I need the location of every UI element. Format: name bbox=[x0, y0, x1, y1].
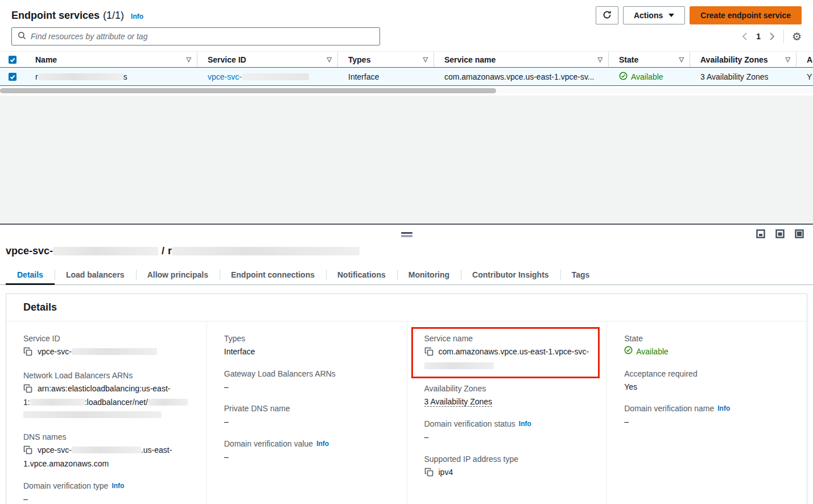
service-name-highlighted-field: Service name com.amazonaws.vpce.us-east-… bbox=[411, 327, 600, 378]
sort-icon[interactable]: ▽ bbox=[423, 56, 428, 63]
horizontal-scrollbar[interactable] bbox=[0, 88, 813, 93]
copy-icon[interactable] bbox=[23, 347, 32, 360]
redacted-text bbox=[172, 247, 360, 255]
page-title: Endpoint services bbox=[11, 10, 100, 22]
actions-button-label: Actions bbox=[634, 11, 663, 20]
acceptance-required-value: Yes bbox=[624, 381, 790, 394]
column-header-service-name[interactable]: Service name bbox=[444, 55, 496, 64]
redacted-text bbox=[53, 247, 158, 255]
endpoint-services-table: Name▽ Service ID▽ Types▽ Service name▽ S… bbox=[0, 51, 813, 86]
tab-endpoint-connections[interactable]: Endpoint connections bbox=[220, 266, 326, 284]
page-header: Endpoint services (1/1) Info Actions Cre… bbox=[0, 0, 813, 24]
domain-verification-type-value: – bbox=[23, 493, 189, 504]
sort-icon[interactable]: ▽ bbox=[327, 56, 332, 63]
details-column-3: Service name com.amazonaws.vpce.us-east-… bbox=[407, 321, 607, 504]
column-header-state[interactable]: State bbox=[619, 55, 638, 64]
resource-count: (1/1) bbox=[103, 10, 124, 22]
split-panel: vpce-svc- / r Details Load balancers All… bbox=[0, 224, 813, 503]
redacted-text bbox=[242, 73, 309, 80]
availability-zones-popover-link[interactable]: 3 Availability Zones bbox=[424, 397, 493, 407]
pagination-current-page[interactable]: 1 bbox=[756, 32, 761, 41]
state-badge: Available bbox=[619, 72, 684, 82]
domain-verification-name-value: – bbox=[624, 416, 790, 428]
table-row[interactable]: rs vpce-svc- Interface com.amazonaws.vpc… bbox=[0, 67, 813, 86]
state-label: State bbox=[624, 334, 790, 343]
copy-icon[interactable] bbox=[23, 445, 32, 458]
acceptance-required-label: Acceptance required bbox=[624, 369, 790, 378]
supported-ip-label: Supported IP address type bbox=[424, 455, 590, 464]
details-column-1: Service ID vpce-svc- Network Load Balanc… bbox=[6, 321, 207, 504]
dns-names-label: DNS names bbox=[23, 432, 189, 441]
endpoint-services-section: Endpoint services (1/1) Info Actions Cre… bbox=[0, 0, 813, 96]
detail-tabs: Details Load balancers Allow principals … bbox=[0, 266, 813, 285]
column-header-name[interactable]: Name bbox=[35, 55, 57, 64]
info-link[interactable]: Info bbox=[316, 440, 329, 448]
details-column-2: Types Interface Gateway Load Balancers A… bbox=[207, 321, 407, 504]
scrollbar-thumb[interactable] bbox=[0, 88, 496, 93]
column-header-acceptance[interactable]: A bbox=[807, 55, 812, 64]
sort-icon[interactable]: ▽ bbox=[786, 56, 790, 63]
copy-icon[interactable] bbox=[424, 347, 434, 360]
service-id-link[interactable]: vpce-svc- bbox=[208, 72, 309, 81]
info-link[interactable]: Info bbox=[519, 420, 531, 428]
pagination-next-button[interactable] bbox=[769, 32, 775, 40]
tab-contributor-insights[interactable]: Contributor Insights bbox=[461, 266, 560, 284]
search-box[interactable] bbox=[11, 27, 380, 46]
info-link[interactable]: Info bbox=[717, 404, 730, 412]
redacted-text bbox=[72, 348, 157, 355]
refresh-button[interactable] bbox=[596, 6, 618, 24]
copy-icon[interactable] bbox=[424, 468, 434, 481]
search-input[interactable] bbox=[31, 32, 374, 41]
create-button-label: Create endpoint service bbox=[700, 11, 791, 20]
redacted-text bbox=[38, 73, 123, 80]
create-endpoint-service-button[interactable]: Create endpoint service bbox=[690, 6, 802, 24]
redacted-text bbox=[424, 362, 494, 369]
private-dns-name-label: Private DNS name bbox=[224, 404, 390, 413]
pagination-prev-button[interactable] bbox=[741, 32, 748, 40]
panel-size-small-icon[interactable] bbox=[755, 228, 766, 241]
redacted-text bbox=[72, 447, 141, 453]
domain-verification-status-label: Domain verification status bbox=[424, 419, 515, 428]
domain-verification-status-value: – bbox=[424, 431, 590, 444]
tab-monitoring[interactable]: Monitoring bbox=[397, 266, 461, 284]
tab-allow-principals[interactable]: Allow principals bbox=[136, 266, 220, 284]
domain-verification-value-label: Domain verification value bbox=[224, 439, 313, 448]
info-link[interactable]: Info bbox=[112, 482, 124, 490]
toolbar-divider bbox=[783, 30, 784, 43]
cell-name: rs bbox=[25, 72, 197, 81]
cell-service-name: com.amazonaws.vpce.us-east-1.vpce-sv... bbox=[434, 72, 609, 81]
tab-load-balancers[interactable]: Load balancers bbox=[55, 266, 136, 284]
tab-tags[interactable]: Tags bbox=[560, 266, 601, 284]
split-panel-drag-handle[interactable] bbox=[400, 231, 414, 238]
preferences-gear-icon[interactable]: ⚙ bbox=[792, 31, 802, 42]
supported-ip-value: ipv4 bbox=[439, 468, 453, 477]
tab-details[interactable]: Details bbox=[6, 266, 55, 284]
nlb-arns-label: Network Load Balancers ARNs bbox=[23, 371, 189, 380]
sort-icon[interactable]: ▽ bbox=[598, 56, 602, 63]
column-header-availability-zones[interactable]: Availability Zones bbox=[700, 55, 768, 64]
details-card: Details Service ID vpce-svc- Network Loa… bbox=[6, 294, 807, 504]
page-info-link[interactable]: Info bbox=[131, 13, 143, 20]
split-panel-title: vpce-svc- / r bbox=[6, 245, 813, 257]
row-checkbox[interactable] bbox=[9, 73, 16, 81]
domain-verification-type-label: Domain verification type bbox=[23, 481, 108, 490]
select-all-checkbox[interactable] bbox=[9, 56, 16, 64]
sort-icon[interactable]: ▽ bbox=[679, 56, 684, 63]
panel-size-large-icon[interactable] bbox=[794, 228, 805, 241]
service-name-label: Service name bbox=[424, 334, 591, 343]
actions-button[interactable]: Actions bbox=[623, 6, 685, 24]
details-column-4: State Available Acceptance required Yes … bbox=[606, 321, 807, 504]
success-check-icon bbox=[619, 72, 628, 82]
column-header-types[interactable]: Types bbox=[348, 55, 370, 64]
copy-icon[interactable] bbox=[23, 384, 32, 397]
column-header-service-id[interactable]: Service ID bbox=[208, 55, 246, 64]
cell-acceptance: Y bbox=[797, 72, 813, 81]
sort-icon[interactable]: ▽ bbox=[187, 56, 191, 63]
redacted-text bbox=[148, 399, 188, 406]
table-toolbar: 1 ⚙ bbox=[0, 27, 813, 46]
types-value: Interface bbox=[224, 346, 390, 358]
panel-size-medium-icon[interactable] bbox=[774, 228, 786, 241]
service-id-label: Service ID bbox=[23, 334, 189, 343]
availability-zones-popover-link[interactable]: 3 Availability Zones bbox=[700, 72, 769, 81]
tab-notifications[interactable]: Notifications bbox=[326, 266, 397, 284]
